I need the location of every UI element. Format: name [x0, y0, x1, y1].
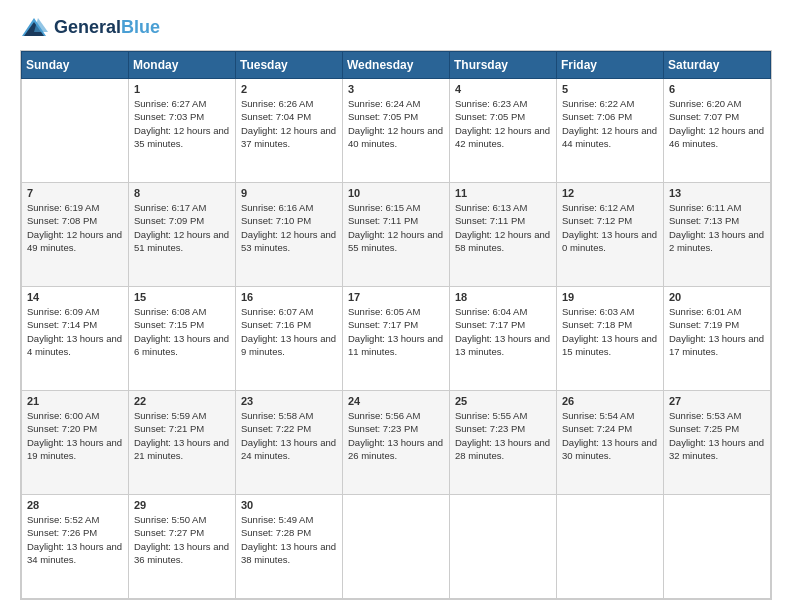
calendar-cell: 13Sunrise: 6:11 AMSunset: 7:13 PMDayligh…: [664, 183, 771, 287]
logo: GeneralBlue: [20, 16, 160, 40]
calendar-cell: 3Sunrise: 6:24 AMSunset: 7:05 PMDaylight…: [343, 79, 450, 183]
day-number: 3: [348, 83, 444, 95]
calendar-cell: 27Sunrise: 5:53 AMSunset: 7:25 PMDayligh…: [664, 391, 771, 495]
day-info: Sunrise: 5:56 AMSunset: 7:23 PMDaylight:…: [348, 409, 444, 462]
day-info: Sunrise: 5:55 AMSunset: 7:23 PMDaylight:…: [455, 409, 551, 462]
calendar-cell: 19Sunrise: 6:03 AMSunset: 7:18 PMDayligh…: [557, 287, 664, 391]
calendar: SundayMondayTuesdayWednesdayThursdayFrid…: [20, 50, 772, 600]
calendar-cell: 11Sunrise: 6:13 AMSunset: 7:11 PMDayligh…: [450, 183, 557, 287]
calendar-cell: 30Sunrise: 5:49 AMSunset: 7:28 PMDayligh…: [236, 495, 343, 599]
calendar-cell: 23Sunrise: 5:58 AMSunset: 7:22 PMDayligh…: [236, 391, 343, 495]
calendar-cell: 16Sunrise: 6:07 AMSunset: 7:16 PMDayligh…: [236, 287, 343, 391]
day-info: Sunrise: 6:13 AMSunset: 7:11 PMDaylight:…: [455, 201, 551, 254]
day-number: 30: [241, 499, 337, 511]
weekday-header-cell: Saturday: [664, 52, 771, 79]
weekday-header-cell: Thursday: [450, 52, 557, 79]
calendar-cell: 10Sunrise: 6:15 AMSunset: 7:11 PMDayligh…: [343, 183, 450, 287]
day-number: 2: [241, 83, 337, 95]
day-number: 19: [562, 291, 658, 303]
day-info: Sunrise: 6:08 AMSunset: 7:15 PMDaylight:…: [134, 305, 230, 358]
day-info: Sunrise: 6:00 AMSunset: 7:20 PMDaylight:…: [27, 409, 123, 462]
day-number: 6: [669, 83, 765, 95]
calendar-cell: 9Sunrise: 6:16 AMSunset: 7:10 PMDaylight…: [236, 183, 343, 287]
calendar-cell: 5Sunrise: 6:22 AMSunset: 7:06 PMDaylight…: [557, 79, 664, 183]
calendar-cell: 1Sunrise: 6:27 AMSunset: 7:03 PMDaylight…: [129, 79, 236, 183]
day-info: Sunrise: 5:52 AMSunset: 7:26 PMDaylight:…: [27, 513, 123, 566]
day-number: 1: [134, 83, 230, 95]
day-info: Sunrise: 6:05 AMSunset: 7:17 PMDaylight:…: [348, 305, 444, 358]
day-number: 11: [455, 187, 551, 199]
calendar-cell: 21Sunrise: 6:00 AMSunset: 7:20 PMDayligh…: [22, 391, 129, 495]
day-info: Sunrise: 6:23 AMSunset: 7:05 PMDaylight:…: [455, 97, 551, 150]
day-info: Sunrise: 6:07 AMSunset: 7:16 PMDaylight:…: [241, 305, 337, 358]
calendar-cell: 4Sunrise: 6:23 AMSunset: 7:05 PMDaylight…: [450, 79, 557, 183]
day-number: 20: [669, 291, 765, 303]
day-number: 24: [348, 395, 444, 407]
day-number: 23: [241, 395, 337, 407]
day-info: Sunrise: 6:15 AMSunset: 7:11 PMDaylight:…: [348, 201, 444, 254]
calendar-cell: 12Sunrise: 6:12 AMSunset: 7:12 PMDayligh…: [557, 183, 664, 287]
day-number: 9: [241, 187, 337, 199]
day-info: Sunrise: 6:27 AMSunset: 7:03 PMDaylight:…: [134, 97, 230, 150]
day-info: Sunrise: 5:59 AMSunset: 7:21 PMDaylight:…: [134, 409, 230, 462]
calendar-cell: [557, 495, 664, 599]
day-number: 21: [27, 395, 123, 407]
day-number: 17: [348, 291, 444, 303]
day-number: 7: [27, 187, 123, 199]
page: GeneralBlue SundayMondayTuesdayWednesday…: [0, 0, 792, 612]
calendar-cell: 24Sunrise: 5:56 AMSunset: 7:23 PMDayligh…: [343, 391, 450, 495]
day-number: 15: [134, 291, 230, 303]
day-info: Sunrise: 6:22 AMSunset: 7:06 PMDaylight:…: [562, 97, 658, 150]
calendar-cell: 28Sunrise: 5:52 AMSunset: 7:26 PMDayligh…: [22, 495, 129, 599]
day-info: Sunrise: 6:03 AMSunset: 7:18 PMDaylight:…: [562, 305, 658, 358]
calendar-cell: 8Sunrise: 6:17 AMSunset: 7:09 PMDaylight…: [129, 183, 236, 287]
day-info: Sunrise: 6:04 AMSunset: 7:17 PMDaylight:…: [455, 305, 551, 358]
day-number: 28: [27, 499, 123, 511]
day-number: 29: [134, 499, 230, 511]
day-info: Sunrise: 6:19 AMSunset: 7:08 PMDaylight:…: [27, 201, 123, 254]
day-info: Sunrise: 5:49 AMSunset: 7:28 PMDaylight:…: [241, 513, 337, 566]
day-number: 22: [134, 395, 230, 407]
day-number: 5: [562, 83, 658, 95]
calendar-cell: [343, 495, 450, 599]
calendar-cell: [450, 495, 557, 599]
day-number: 4: [455, 83, 551, 95]
svg-marker-2: [34, 18, 48, 32]
calendar-cell: 15Sunrise: 6:08 AMSunset: 7:15 PMDayligh…: [129, 287, 236, 391]
day-info: Sunrise: 5:58 AMSunset: 7:22 PMDaylight:…: [241, 409, 337, 462]
calendar-cell: 20Sunrise: 6:01 AMSunset: 7:19 PMDayligh…: [664, 287, 771, 391]
header: GeneralBlue: [20, 16, 772, 40]
weekday-header-cell: Tuesday: [236, 52, 343, 79]
day-info: Sunrise: 6:16 AMSunset: 7:10 PMDaylight:…: [241, 201, 337, 254]
day-number: 26: [562, 395, 658, 407]
logo-icon: [20, 16, 48, 40]
day-number: 14: [27, 291, 123, 303]
day-info: Sunrise: 5:50 AMSunset: 7:27 PMDaylight:…: [134, 513, 230, 566]
day-info: Sunrise: 6:24 AMSunset: 7:05 PMDaylight:…: [348, 97, 444, 150]
day-info: Sunrise: 6:09 AMSunset: 7:14 PMDaylight:…: [27, 305, 123, 358]
calendar-cell: 2Sunrise: 6:26 AMSunset: 7:04 PMDaylight…: [236, 79, 343, 183]
day-info: Sunrise: 6:01 AMSunset: 7:19 PMDaylight:…: [669, 305, 765, 358]
calendar-cell: 26Sunrise: 5:54 AMSunset: 7:24 PMDayligh…: [557, 391, 664, 495]
calendar-cell: 14Sunrise: 6:09 AMSunset: 7:14 PMDayligh…: [22, 287, 129, 391]
day-info: Sunrise: 6:12 AMSunset: 7:12 PMDaylight:…: [562, 201, 658, 254]
weekday-header-cell: Monday: [129, 52, 236, 79]
day-number: 18: [455, 291, 551, 303]
calendar-cell: 17Sunrise: 6:05 AMSunset: 7:17 PMDayligh…: [343, 287, 450, 391]
calendar-cell: 7Sunrise: 6:19 AMSunset: 7:08 PMDaylight…: [22, 183, 129, 287]
calendar-cell: 18Sunrise: 6:04 AMSunset: 7:17 PMDayligh…: [450, 287, 557, 391]
day-number: 16: [241, 291, 337, 303]
day-number: 8: [134, 187, 230, 199]
day-number: 27: [669, 395, 765, 407]
day-number: 12: [562, 187, 658, 199]
weekday-header-cell: Wednesday: [343, 52, 450, 79]
calendar-cell: 25Sunrise: 5:55 AMSunset: 7:23 PMDayligh…: [450, 391, 557, 495]
day-info: Sunrise: 6:20 AMSunset: 7:07 PMDaylight:…: [669, 97, 765, 150]
day-number: 10: [348, 187, 444, 199]
calendar-cell: 6Sunrise: 6:20 AMSunset: 7:07 PMDaylight…: [664, 79, 771, 183]
calendar-cell: 29Sunrise: 5:50 AMSunset: 7:27 PMDayligh…: [129, 495, 236, 599]
day-number: 13: [669, 187, 765, 199]
calendar-cell: [664, 495, 771, 599]
day-number: 25: [455, 395, 551, 407]
calendar-cell: 22Sunrise: 5:59 AMSunset: 7:21 PMDayligh…: [129, 391, 236, 495]
